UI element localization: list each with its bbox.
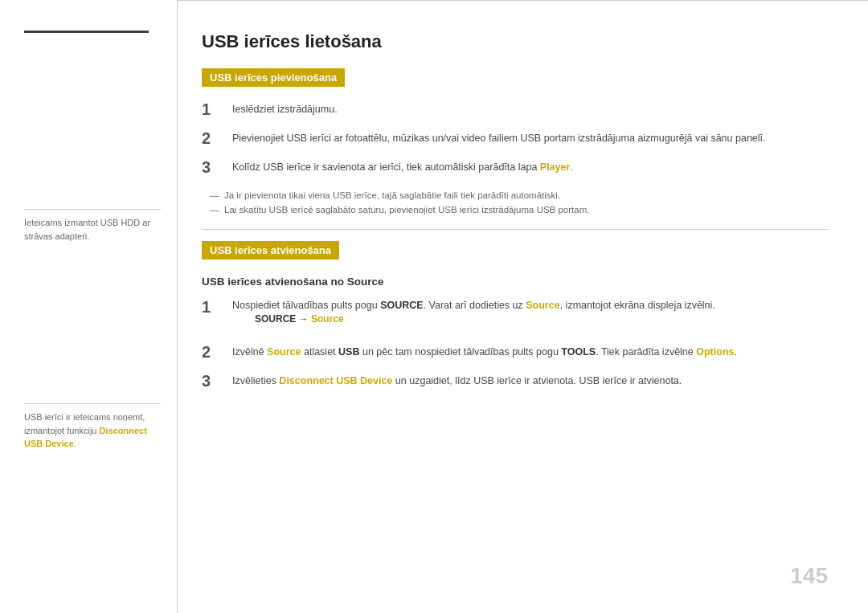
- note-line: Ja ir pievienota tikai viena USB ierīce,…: [210, 188, 828, 202]
- step-item: 2 Pievienojiet USB ierīci ar fotoattēlu,…: [202, 129, 828, 148]
- note-line: Lai skatītu USB ierīcē saglabāto saturu,…: [210, 202, 828, 217]
- section1-steps: 1 Ieslēdziet izstrādājumu. 2 Pievienojie…: [202, 100, 828, 177]
- step-number: 3: [202, 371, 224, 390]
- step-text: Pievienojiet USB ierīci ar fotoattēlu, m…: [232, 129, 766, 146]
- step-text: Ieslēdziet izstrādājumu.: [232, 100, 338, 117]
- step-item: 2 Izvēlnē Source atlasiet USB un pēc tam…: [202, 342, 828, 362]
- step-text: Izvēlnē Source atlasiet USB un pēc tam n…: [232, 342, 737, 360]
- page-number: 145: [790, 563, 828, 589]
- step-number: 1: [202, 100, 224, 119]
- page-title: USB ierīces lietošana: [202, 31, 828, 52]
- section-disconnecting: USB ierīces atvienošana USB ierīces atvi…: [202, 241, 828, 390]
- section1-heading: USB ierīces pievienošana: [202, 68, 345, 87]
- step-number: 2: [202, 342, 224, 362]
- section2-heading: USB ierīces atvienošana: [202, 241, 339, 260]
- sidebar-top-bar: [24, 31, 149, 33]
- notes-block: Ja ir pievienota tikai viena USB ierīce,…: [210, 188, 828, 218]
- sidebar: Ieteicams izmantot USB HDD ar strāvas ad…: [0, 0, 177, 613]
- step-text: Izvēlieties Disconnect USB Device un uzg…: [232, 371, 682, 389]
- section-connecting: USB ierīces pievienošana 1 Ieslēdziet iz…: [202, 68, 828, 218]
- source-arrow: SOURCE → Source: [255, 313, 715, 325]
- step-number: 1: [202, 297, 224, 317]
- step-item: 1 Ieslēdziet izstrādājumu.: [202, 100, 828, 119]
- step-item: 3 Izvēlieties Disconnect USB Device un u…: [202, 371, 828, 390]
- section-divider: [202, 229, 828, 230]
- step-item: 1 Nospiediet tālvadības pults pogu SOURC…: [202, 297, 828, 333]
- sidebar-note-1: Ieteicams izmantot USB HDD ar strāvas ad…: [24, 209, 161, 243]
- main-content: USB ierīces lietošana USB ierīces pievie…: [177, 0, 868, 613]
- page-container: Ieteicams izmantot USB HDD ar strāvas ad…: [0, 0, 868, 613]
- section2-steps: 1 Nospiediet tālvadības pults pogu SOURC…: [202, 297, 828, 390]
- step-number: 3: [202, 157, 224, 177]
- step-text: Kolīdz USB ierīce ir savienota ar ierīci…: [232, 157, 573, 175]
- sidebar-note-2: USB ierīci ir ieteicams noņemt, izmantoj…: [24, 403, 161, 451]
- step-item: 3 Kolīdz USB ierīce ir savienota ar ierī…: [202, 157, 828, 177]
- step-number: 2: [202, 129, 224, 148]
- step-text: Nospiediet tālvadības pults pogu SOURCE.…: [232, 298, 715, 311]
- subsection-title: USB ierīces atvienošana no Source: [202, 276, 828, 288]
